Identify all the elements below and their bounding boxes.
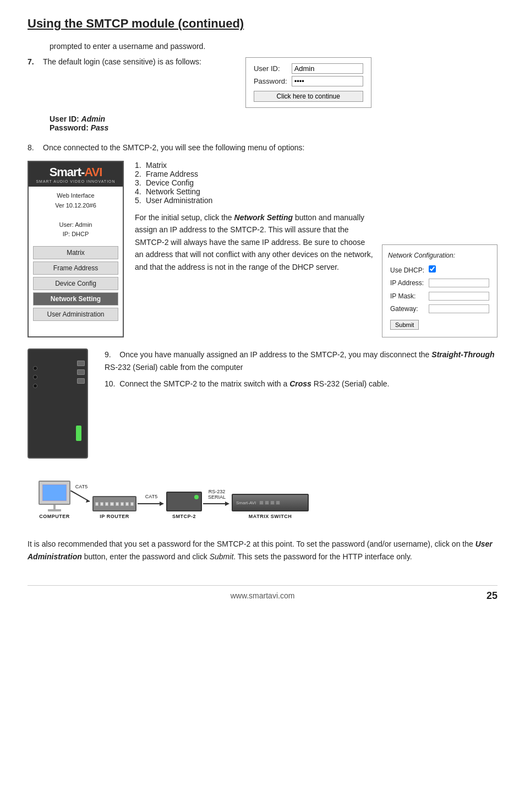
ip-label: IP: DHCP: [31, 230, 121, 239]
cat5-arrow: CAT5: [138, 494, 165, 507]
login-continue-button[interactable]: Click here to continue: [254, 91, 363, 102]
step7-credentials: User ID: Admin Password: Pass: [50, 115, 497, 132]
smtcp-device-image: [28, 348, 94, 459]
bottom-part1: It is also recommended that you set a pa…: [28, 539, 475, 548]
login-password-label: Password:: [251, 75, 289, 88]
step7-left: 7. The default login (case sensitive) is…: [28, 57, 497, 132]
step9-main: Once you have manually assigned an IP ad…: [105, 350, 495, 371]
cat5-upper-label: CAT5: [75, 484, 88, 489]
menu-item-3: 3.Device Config: [135, 178, 497, 187]
network-submit-button[interactable]: Submit: [390, 320, 419, 330]
step8-right: 1.Matrix 2.Frame Address 3.Device Config…: [135, 161, 497, 337]
rs232-connector: RS-232 SERIAL: [203, 489, 231, 508]
login-box: User ID: Password: Click here to continu…: [245, 57, 371, 108]
menu-list: 1.Matrix 2.Frame Address 3.Device Config…: [135, 161, 497, 205]
step7-number: 7.: [28, 57, 43, 66]
footer-page-number: 25: [486, 590, 497, 602]
brand-sub: SMART AUDIO VIDEO INNOVATION: [31, 179, 121, 183]
web-info: Web Interface Ver 10.12.20#6 User: Admin…: [29, 187, 123, 244]
ip-address-label: IP Address:: [388, 277, 426, 290]
menu-item-5: 5.User Administration: [135, 196, 497, 205]
gateway-input[interactable]: [429, 304, 489, 313]
svg-marker-5: [225, 502, 229, 506]
cat5-lower-label: CAT5: [145, 494, 157, 499]
matrix-label: MATRIX SWITCH: [249, 514, 292, 519]
diagram-matrix: Smart-AVI MATRIX SWITCH: [232, 494, 309, 519]
step8-text: Once connected to the SMTCP-2, you will …: [43, 143, 304, 152]
diagram-section: COMPUTER CAT5 IP ROUTER: [28, 475, 497, 525]
login-userid-label: User ID:: [251, 62, 289, 75]
cat5-connector-area: CAT5: [70, 484, 92, 507]
step-7-block: 7. The default login (case sensitive) is…: [28, 57, 497, 132]
bottom-text: It is also recommended that you set a pa…: [28, 538, 497, 563]
network-config-title: Network Configuration:: [388, 250, 491, 261]
bottom-part2: button, enter the password and click: [82, 552, 210, 561]
panel-btn-device[interactable]: Device Config: [33, 277, 118, 290]
serial-text: SERIAL: [208, 494, 226, 500]
panel-btn-network[interactable]: Network Setting: [33, 292, 118, 306]
step8-description: Network Configuration: Use DHCP: IP Addr…: [135, 211, 497, 337]
user-label: User: Admin: [31, 220, 121, 230]
panel-btn-frame[interactable]: Frame Address: [33, 261, 118, 275]
intro-text: prompted to enter a username and passwor…: [50, 42, 497, 51]
brand-avi: AVI: [84, 165, 102, 179]
brand-header: Smart-AVI SMART AUDIO VIDEO INNOVATION: [29, 162, 123, 187]
step7-password-value: Pass: [91, 123, 109, 132]
panel-buttons: Matrix Frame Address Device Config Netwo…: [29, 246, 123, 328]
network-config-box: Network Configuration: Use DHCP: IP Addr…: [382, 244, 497, 337]
step10-number: 10.: [105, 379, 119, 388]
step9-section: 9. Once you have manually assigned an IP…: [28, 348, 497, 459]
use-dhcp-checkbox[interactable]: [429, 265, 436, 273]
menu-item-4: 4.Network Setting: [135, 187, 497, 196]
computer-label: COMPUTER: [39, 514, 70, 519]
matrix-brand-text: Smart-AVI: [236, 500, 256, 505]
rs232-text: RS-232: [208, 489, 226, 495]
rs232-line-svg: [203, 500, 231, 507]
web-label: Web Interface: [31, 191, 121, 201]
step8-inner: Smart-AVI SMART AUDIO VIDEO INNOVATION W…: [28, 161, 497, 337]
step7-text: The default login (case sensitive) is as…: [43, 57, 201, 66]
ip-address-input[interactable]: [429, 279, 489, 287]
cat5-arrow-svg: [70, 491, 92, 507]
bottom-part3: . This sets the password for the HTTP in…: [233, 552, 412, 561]
step7-userid-value: Admin: [81, 115, 106, 123]
ver-label: Ver 10.12.20#6: [31, 201, 121, 211]
rs232-label: RS-232 SERIAL: [208, 489, 226, 501]
bottom-italic: Submit: [210, 552, 234, 561]
svg-marker-3: [160, 502, 164, 506]
step7-password-label: Password:: [50, 123, 89, 132]
router-label: IP ROUTER: [100, 514, 129, 519]
desc-part1: For the initial setup, click the: [135, 213, 234, 222]
gateway-label: Gateway:: [388, 303, 426, 315]
step10-cable-type: Cross: [289, 379, 311, 388]
footer-url: www.smartavi.com: [231, 591, 295, 600]
diagram-router: IP ROUTER: [92, 496, 136, 519]
step10-text: 10. Connect the SMTCP-2 to the matrix sw…: [105, 378, 497, 390]
ip-mask-label: IP Mask:: [388, 290, 426, 303]
brand-logo: Smart-AVI: [31, 165, 121, 179]
login-userid-input[interactable]: [292, 63, 363, 74]
step9-text: 9. Once you have manually assigned an IP…: [105, 348, 497, 390]
step9-cable-type: Straight-Through: [431, 350, 494, 359]
menu-item-1: 1.Matrix: [135, 161, 497, 170]
panel-btn-matrix[interactable]: Matrix: [33, 246, 118, 259]
smtcp-label: SMTCP-2: [172, 514, 196, 519]
login-password-input[interactable]: [292, 76, 363, 86]
diagram-smtcp: SMTCP-2: [166, 492, 202, 519]
cat5-line-svg: [138, 500, 165, 507]
step8-number: 8.: [28, 143, 43, 152]
page-title: Using the SMTCP module (continued): [28, 17, 497, 31]
ip-mask-input[interactable]: [429, 292, 489, 301]
diagram-computer: COMPUTER: [39, 481, 70, 519]
panel-btn-user[interactable]: User Administration: [33, 308, 118, 321]
step9-number: 9.: [105, 350, 117, 359]
smtcp-panel: Smart-AVI SMART AUDIO VIDEO INNOVATION W…: [28, 161, 124, 337]
desc-bold: Network Setting: [234, 213, 293, 222]
step-8-section: 8. Once connected to the SMTCP-2, you wi…: [28, 143, 497, 337]
bottom-paragraph: It is also recommended that you set a pa…: [28, 538, 497, 563]
use-dhcp-label: Use DHCP:: [388, 264, 426, 277]
footer: www.smartavi.com 25: [28, 585, 497, 600]
menu-item-2: 2.Frame Address: [135, 170, 497, 178]
step7-userid-label: User ID:: [50, 115, 79, 123]
